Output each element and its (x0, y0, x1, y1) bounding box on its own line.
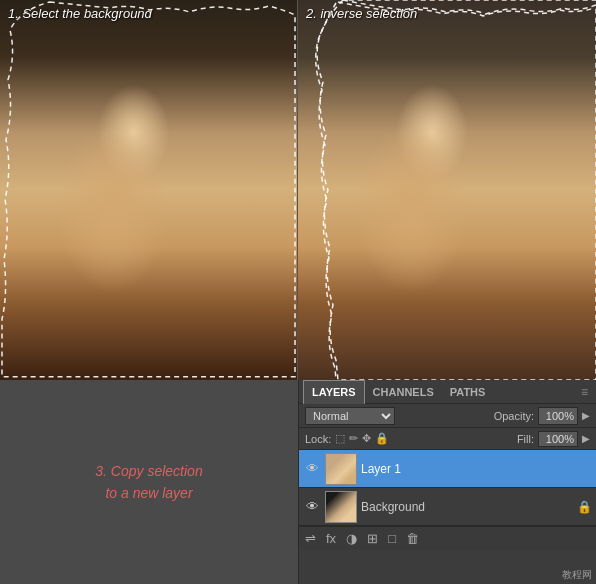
layers-list: 👁 Layer 1 👁 Background 🔒 (299, 450, 596, 526)
lock-label: Lock: (305, 433, 331, 445)
photo-panel-left: 1. Select the background (0, 0, 298, 380)
panel-menu-icon[interactable]: ≡ (577, 385, 592, 399)
fill-arrow-icon[interactable]: ▶ (582, 433, 590, 444)
fill-label: Fill: (517, 433, 534, 445)
step1-label: 1. Select the background (8, 6, 152, 21)
photo-image-right (298, 0, 596, 380)
opacity-label: Opacity: (494, 410, 534, 422)
delete-layer-icon[interactable]: 🗑 (404, 529, 421, 548)
photo-image-left (0, 0, 297, 380)
lock-move-icon[interactable]: ✥ (362, 432, 371, 445)
step3-text: 3. Copy selection to a new layer (95, 460, 202, 505)
background-lock-icon: 🔒 (577, 500, 592, 514)
fill-input[interactable] (538, 431, 578, 447)
tab-paths[interactable]: PATHS (442, 380, 494, 404)
tab-layers-label: LAYERS (312, 386, 356, 398)
blend-row: Normal Opacity: 100% ▶ (299, 404, 596, 428)
background-layer-name: Background (361, 500, 573, 514)
panel-toolbar: ⇌ fx ◑ ⊞ □ 🗑 教程网 (299, 526, 596, 550)
new-layer-icon[interactable]: □ (386, 529, 398, 548)
step3-line1: 3. Copy selection (95, 463, 202, 479)
tab-channels-label: CHANNELS (373, 386, 434, 398)
photo-panel-right: 2. inverse selection (298, 0, 596, 380)
layer-1-visibility-icon[interactable]: 👁 (303, 460, 321, 478)
layer-item-background[interactable]: 👁 Background 🔒 (299, 488, 596, 526)
lock-all-icon[interactable]: 🔒 (375, 432, 389, 445)
opacity-arrow-icon[interactable]: ▶ (582, 410, 590, 421)
fx-icon[interactable]: fx (324, 529, 338, 548)
group-layers-icon[interactable]: ⊞ (365, 529, 380, 548)
layer-item-1[interactable]: 👁 Layer 1 (299, 450, 596, 488)
panel-tabs: LAYERS CHANNELS PATHS ≡ (299, 380, 596, 404)
background-visibility-icon[interactable]: 👁 (303, 498, 321, 516)
layer-1-name: Layer 1 (361, 462, 592, 476)
lock-icons-group: ⬚ ✏ ✥ 🔒 (335, 432, 389, 445)
background-thumbnail (325, 491, 357, 523)
photos-row: 1. Select the background 2. inverse sele… (0, 0, 596, 380)
layer-1-thumbnail (325, 453, 357, 485)
adjustment-layer-icon[interactable]: ◑ (344, 529, 359, 548)
watermark: 教程网 (562, 568, 592, 582)
layers-panel: LAYERS CHANNELS PATHS ≡ Normal Opacity: … (298, 380, 596, 584)
tab-layers[interactable]: LAYERS (303, 380, 365, 404)
opacity-input[interactable]: 100% (538, 407, 578, 425)
link-layers-icon[interactable]: ⇌ (303, 529, 318, 548)
lock-transparency-icon[interactable]: ⬚ (335, 432, 345, 445)
step3-area: 3. Copy selection to a new layer (0, 380, 298, 584)
bottom-section: 3. Copy selection to a new layer LAYERS … (0, 380, 596, 584)
lock-paint-icon[interactable]: ✏ (349, 432, 358, 445)
main-container: 1. Select the background 2. inverse sele… (0, 0, 596, 584)
tab-paths-label: PATHS (450, 386, 486, 398)
step2-label: 2. inverse selection (306, 6, 417, 21)
blend-mode-select[interactable]: Normal (305, 407, 395, 425)
tab-channels[interactable]: CHANNELS (365, 380, 442, 404)
step3-line2: to a new layer (105, 485, 192, 501)
lock-row: Lock: ⬚ ✏ ✥ 🔒 Fill: ▶ (299, 428, 596, 450)
